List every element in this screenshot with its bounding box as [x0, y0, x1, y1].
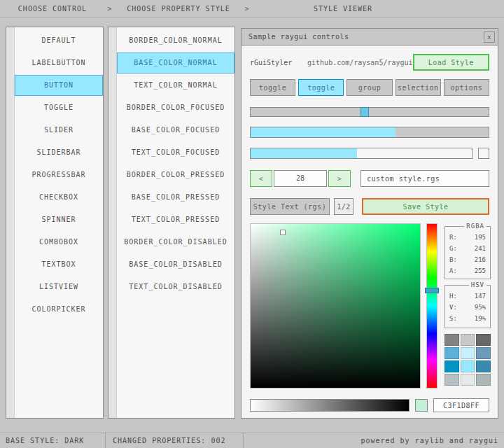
step-choose-control: CHOOSE CONTROL — [0, 5, 105, 13]
list-item-text_color_disabled[interactable]: TEXT_COLOR_DISABLED — [117, 276, 234, 298]
style-text-button[interactable]: Style Text (rgs) — [250, 198, 330, 215]
window-content: rGuiStyler github.com/raysan5/raygui Loa… — [241, 54, 498, 412]
list-item-border_color_focused[interactable]: BORDER_COLOR_FOCUSED — [117, 97, 234, 118]
value-row: B:216 — [445, 254, 490, 265]
toggle-button-selection[interactable]: selection — [396, 79, 441, 96]
style-color-palette — [444, 334, 491, 386]
hue-handle[interactable] — [425, 288, 439, 293]
value-row: H:147 — [445, 290, 490, 302]
close-icon[interactable]: x — [484, 31, 495, 43]
list-item-border_color_disabled[interactable]: BORDER_COLOR_DISABLED — [117, 232, 234, 253]
sample-sliderbar[interactable] — [250, 148, 472, 159]
list-item-base_color_focused[interactable]: BASE_COLOR_FOCUSED — [117, 120, 234, 141]
list-item-textbox[interactable]: TEXTBOX — [15, 254, 103, 275]
top-toolbar: CHOOSE CONTROL > CHOOSE PROPERTY STYLE >… — [0, 0, 504, 18]
spinner-value[interactable]: 28 — [274, 170, 327, 187]
color-cursor[interactable] — [280, 230, 286, 235]
list-item-listview[interactable]: LISTVIEW — [15, 276, 103, 298]
hsv-values: H:147V:95%S:19% — [445, 286, 490, 324]
rgba-title: RGBA — [464, 223, 486, 230]
list-item-combobox[interactable]: COMBOBOX — [15, 232, 103, 253]
list-item-colorpicker[interactable]: COLORPICKER — [15, 299, 103, 320]
actions-row: Style Text (rgs) 1/2 Save Style — [250, 198, 489, 215]
rgba-group-box: RGBA R:195G:241B:216A:255 — [444, 226, 491, 279]
rgba-values: R:195G:241B:216A:255 — [445, 227, 490, 276]
sample-checkbox[interactable] — [478, 148, 489, 159]
window-titlebar[interactable]: Sample raygui controls x — [241, 29, 498, 46]
repo-link[interactable]: github.com/raysan5/raygui — [307, 59, 413, 66]
sample-slider[interactable] — [250, 107, 489, 117]
color-values-column: RGBA R:195G:241B:216A:255 HSV H:147V:95%… — [444, 223, 491, 388]
sliderbar-row — [250, 148, 489, 159]
palette-color[interactable] — [476, 334, 491, 346]
list-item-toggle[interactable]: TOGGLE — [15, 97, 103, 118]
value-row: R:195 — [445, 232, 490, 243]
current-color-swatch — [415, 399, 428, 412]
palette-color[interactable] — [444, 334, 459, 346]
palette-color[interactable] — [476, 360, 491, 372]
palette-color[interactable] — [444, 347, 459, 359]
list-item-checkbox[interactable]: CHECKBOX — [15, 187, 103, 208]
properties-list-scrollbar[interactable] — [108, 27, 117, 418]
palette-color[interactable] — [476, 347, 491, 359]
hex-row — [250, 398, 489, 412]
step-choose-property-style: CHOOSE PROPERTY STYLE — [115, 5, 242, 13]
hex-color-input[interactable] — [433, 398, 489, 412]
window-title: Sample raygui controls — [248, 33, 484, 41]
palette-color[interactable] — [461, 347, 475, 359]
list-item-text_color_pressed[interactable]: TEXT_COLOR_PRESSED — [117, 209, 234, 230]
toggle-group: toggletogglegroupselectionoptions — [250, 79, 489, 96]
header-row: rGuiStyler github.com/raysan5/raygui Loa… — [250, 54, 489, 71]
list-item-base_color_pressed[interactable]: BASE_COLOR_PRESSED — [117, 187, 234, 208]
chevron-right-icon: > — [105, 5, 115, 13]
status-bar: BASE STYLE: DARK CHANGED PROPERTIES: 002… — [0, 433, 504, 448]
controls-list: DEFAULTLABELBUTTONBUTTONTOGGLESLIDERSLID… — [15, 27, 103, 321]
saturation-value-square[interactable] — [250, 223, 421, 388]
toggle-button-toggle[interactable]: toggle — [250, 79, 295, 96]
list-item-base_color_disabled[interactable]: BASE_COLOR_DISABLED — [117, 254, 234, 275]
spinner-decrement-button[interactable]: < — [250, 170, 272, 187]
spinner-increment-button[interactable]: > — [328, 170, 351, 187]
list-item-text_color_normal[interactable]: TEXT_COLOR_NORMAL — [117, 75, 234, 96]
value-gradient-bar[interactable] — [250, 399, 410, 412]
toggle-button-group[interactable]: group — [346, 79, 392, 96]
load-style-button[interactable]: Load Style — [413, 54, 489, 71]
spinner-row: < 28 > — [250, 170, 489, 187]
list-item-button[interactable]: BUTTON — [15, 75, 103, 96]
list-item-slider[interactable]: SLIDER — [15, 120, 103, 141]
slider-handle[interactable] — [360, 107, 369, 117]
progressbar-fill — [251, 127, 396, 137]
hue-bar[interactable] — [426, 223, 438, 388]
filename-input[interactable] — [360, 170, 489, 187]
toggle-button-toggle[interactable]: toggle — [298, 79, 344, 96]
list-item-default[interactable]: DEFAULT — [15, 30, 103, 51]
palette-color[interactable] — [476, 374, 491, 386]
palette-color[interactable] — [461, 334, 475, 346]
app-name-label: rGuiStyler — [250, 59, 307, 66]
list-item-text_color_focused[interactable]: TEXT_COLOR_FOCUSED — [117, 142, 234, 163]
base-style-status: BASE STYLE: DARK — [0, 437, 105, 444]
value-row: G:241 — [445, 243, 490, 254]
properties-list: BORDER_COLOR_NORMALBASE_COLOR_NORMALTEXT… — [117, 27, 234, 299]
value-row: S:19% — [445, 313, 490, 324]
list-item-sliderbar[interactable]: SLIDERBAR — [15, 142, 103, 163]
color-picker-area: RGBA R:195G:241B:216A:255 HSV H:147V:95%… — [250, 223, 489, 388]
chevron-right-icon: > — [242, 5, 252, 13]
controls-list-scrollbar[interactable] — [6, 27, 15, 418]
list-item-spinner[interactable]: SPINNER — [15, 209, 103, 230]
value-row: A:255 — [445, 265, 490, 276]
save-style-button[interactable]: Save Style — [362, 198, 489, 215]
palette-color[interactable] — [444, 360, 459, 372]
list-item-border_color_normal[interactable]: BORDER_COLOR_NORMAL — [117, 30, 234, 51]
list-item-labelbutton[interactable]: LABELBUTTON — [15, 52, 103, 74]
palette-color[interactable] — [461, 374, 475, 386]
sample-progressbar — [250, 127, 489, 138]
list-item-progressbar[interactable]: PROGRESSBAR — [15, 164, 103, 186]
palette-color[interactable] — [444, 374, 459, 386]
list-item-border_color_pressed[interactable]: BORDER_COLOR_PRESSED — [117, 164, 234, 186]
toggle-button-options[interactable]: options — [444, 79, 489, 96]
properties-list-panel: BORDER_COLOR_NORMALBASE_COLOR_NORMALTEXT… — [108, 27, 235, 419]
list-item-base_color_normal[interactable]: BASE_COLOR_NORMAL — [117, 52, 234, 74]
palette-color[interactable] — [461, 360, 475, 372]
pager-button[interactable]: 1/2 — [334, 198, 354, 215]
